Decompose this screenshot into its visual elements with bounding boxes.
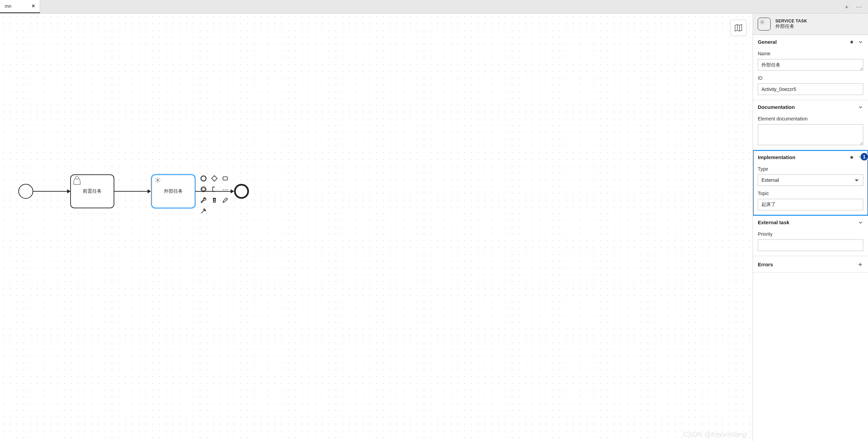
sequence-flow[interactable] — [114, 191, 151, 192]
section-errors-toggle[interactable]: Errors ＋ — [753, 256, 868, 272]
more-icon[interactable]: ⋯ — [856, 3, 862, 11]
sequence-flow[interactable] — [33, 191, 70, 192]
priority-input[interactable] — [758, 239, 863, 251]
svg-point-0 — [157, 179, 159, 181]
chevron-down-icon — [858, 220, 863, 225]
pad-gateway-icon[interactable] — [210, 174, 219, 183]
user-task[interactable]: 前置任务 — [70, 174, 114, 208]
end-event[interactable] — [234, 184, 249, 199]
pad-intermediate-event-icon[interactable] — [199, 185, 208, 194]
close-icon[interactable]: × — [32, 3, 35, 9]
svg-rect-3 — [223, 177, 227, 180]
tab-bar: mn × ＋ ⋯ — [0, 0, 868, 14]
tab-label: mn — [5, 3, 11, 9]
pad-connect-icon[interactable] — [199, 206, 208, 216]
properties-panel: SERVICE TASK 外部任务 General Name ID — [753, 14, 868, 441]
service-task[interactable]: 外部任务 — [151, 174, 195, 208]
task-label: 外部任务 — [164, 188, 183, 194]
element-name: 外部任务 — [775, 23, 807, 30]
pad-color-icon[interactable] — [220, 195, 230, 205]
type-label: Type — [758, 166, 863, 172]
svg-point-5 — [202, 188, 205, 191]
add-tab-icon[interactable]: ＋ — [844, 3, 850, 11]
section-external-task: External task Priority — [753, 215, 868, 256]
plus-icon[interactable]: ＋ — [857, 260, 863, 268]
pad-annotation-icon[interactable] — [210, 185, 219, 194]
context-pad: ⋯ — [199, 174, 230, 216]
svg-point-6 — [761, 21, 763, 23]
task-label: 前置任务 — [83, 188, 102, 194]
section-errors: Errors ＋ — [753, 256, 868, 273]
section-implementation: 1 Implementation Type External Topic — [753, 150, 868, 215]
element-documentation-input[interactable] — [758, 124, 863, 145]
section-documentation: Documentation Element documentation — [753, 100, 868, 150]
pad-end-event-icon[interactable] — [199, 174, 208, 183]
start-event[interactable] — [18, 184, 33, 199]
chevron-down-icon — [858, 104, 863, 110]
pad-wrench-icon[interactable] — [199, 195, 208, 205]
pad-more-icon[interactable]: ⋯ — [220, 185, 230, 194]
topic-input[interactable] — [758, 199, 863, 210]
svg-rect-2 — [212, 176, 217, 181]
type-select[interactable]: External — [758, 174, 863, 186]
section-documentation-toggle[interactable]: Documentation — [753, 100, 868, 114]
svg-point-1 — [201, 176, 206, 181]
priority-label: Priority — [758, 231, 863, 237]
element-type: SERVICE TASK — [775, 19, 807, 23]
pad-task-icon[interactable] — [220, 174, 230, 183]
service-task-icon — [758, 18, 771, 31]
annotation-badge: 1 — [860, 152, 868, 161]
sequence-flow[interactable] — [195, 191, 234, 192]
properties-header: SERVICE TASK 外部任务 — [753, 14, 868, 35]
element-documentation-label: Element documentation — [758, 116, 863, 121]
topic-label: Topic — [758, 191, 863, 196]
section-external-task-toggle[interactable]: External task — [753, 215, 868, 229]
dot-icon — [850, 41, 853, 43]
tab-file[interactable]: mn × — [0, 0, 40, 13]
section-implementation-toggle[interactable]: Implementation — [753, 150, 868, 164]
dot-icon — [850, 156, 853, 159]
pad-delete-icon[interactable] — [210, 195, 219, 205]
name-input[interactable] — [758, 59, 863, 71]
user-icon — [74, 177, 80, 184]
gear-icon — [155, 177, 161, 184]
section-general: General Name ID — [753, 35, 868, 100]
chevron-down-icon — [858, 39, 863, 45]
id-input[interactable] — [758, 83, 863, 95]
id-label: ID — [758, 75, 863, 81]
name-label: Name — [758, 51, 863, 56]
section-general-toggle[interactable]: General — [753, 35, 868, 49]
diagram-canvas[interactable]: 前置任务 外部任务 ⋯ — [0, 14, 753, 441]
